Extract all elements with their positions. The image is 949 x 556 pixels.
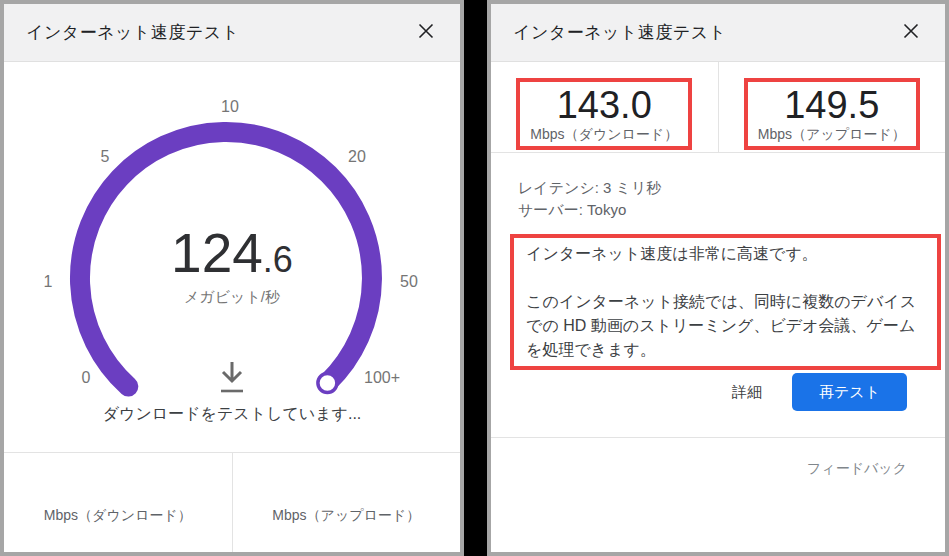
summary-headline: インターネット速度は非常に高速です。 [526, 242, 925, 266]
server-text: サーバー: Tokyo [518, 199, 945, 221]
speed-unit-label: メガビット/秒 [4, 288, 460, 307]
close-button[interactable] [903, 23, 919, 42]
upload-speed-value: 149.5 [748, 85, 916, 125]
summary-body: このインターネット接続では、同時に複数のデバイスでの HD 動画のストリーミング… [526, 290, 925, 362]
gauge-tick-10: 10 [221, 98, 239, 116]
speedtest-panel-running: インターネット速度テスト 0 1 5 10 20 50 100+ 124 .6 … [0, 0, 464, 556]
panel-header: インターネット速度テスト [491, 4, 945, 62]
result-placeholder-row: Mbps（ダウンロード） Mbps（アップロード） [4, 452, 460, 552]
gauge-tick-20: 20 [348, 148, 366, 166]
download-result-cell: 143.0 Mbps（ダウンロード） [491, 62, 719, 152]
page-title: インターネット速度テスト [513, 21, 727, 44]
download-annotation-box: 143.0 Mbps（ダウンロード） [516, 78, 692, 150]
speed-gauge: 0 1 5 10 20 50 100+ 124 .6 メガビット/秒 ダウンロー… [4, 62, 460, 452]
footer-divider [491, 437, 945, 438]
close-icon [903, 23, 919, 42]
download-arrow-icon [4, 361, 460, 395]
test-status-text: ダウンロードをテストしています... [4, 404, 460, 425]
results-row: 143.0 Mbps（ダウンロード） 149.5 Mbps（アップロード） [491, 62, 945, 153]
feedback-link[interactable]: フィードバック [807, 460, 907, 478]
close-button[interactable] [418, 23, 434, 42]
close-icon [418, 23, 434, 42]
speed-value-integer: 124 [171, 226, 263, 280]
summary-annotation-box: インターネット速度は非常に高速です。 このインターネット接続では、同時に複数のデ… [510, 234, 941, 370]
upload-result-cell: 149.5 Mbps（アップロード） [719, 62, 946, 152]
retest-button[interactable]: 再テスト [792, 373, 907, 411]
download-speed-label: Mbps（ダウンロード） [520, 126, 688, 144]
panel-header: インターネット速度テスト [4, 4, 460, 62]
details-link[interactable]: 詳細 [732, 383, 762, 402]
gauge-tick-5: 5 [101, 148, 110, 166]
page-title: インターネット速度テスト [26, 21, 240, 44]
upload-placeholder-cell: Mbps（アップロード） [233, 453, 461, 552]
upload-speed-label: Mbps（アップロード） [748, 126, 916, 144]
latency-text: レイテンシ: 3 ミリ秒 [518, 177, 945, 199]
current-speed-value: 124 .6 [4, 226, 460, 281]
upload-annotation-box: 149.5 Mbps（アップロード） [744, 78, 920, 150]
speed-value-decimal: .6 [263, 239, 293, 281]
download-speed-value: 143.0 [520, 85, 688, 125]
download-placeholder-cell: Mbps（ダウンロード） [4, 453, 233, 552]
actions-row: 詳細 再テスト [732, 373, 907, 411]
speedtest-panel-results: インターネット速度テスト 143.0 Mbps（ダウンロード） 149.5 Mb… [487, 0, 949, 556]
connection-info: レイテンシ: 3 ミリ秒 サーバー: Tokyo [491, 153, 945, 221]
